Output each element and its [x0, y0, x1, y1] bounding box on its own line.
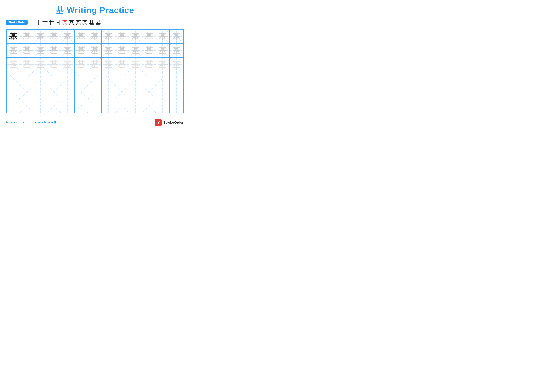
svg-line-94 [115, 71, 129, 85]
svg-line-98 [142, 71, 156, 85]
grid-cell[interactable]: 基 [47, 44, 61, 57]
grid-cell[interactable] [115, 99, 129, 113]
grid-cell[interactable]: 基 [61, 57, 74, 71]
grid-cell[interactable] [7, 71, 20, 85]
grid-cell[interactable] [129, 85, 143, 99]
svg-line-154 [170, 99, 183, 113]
practice-char: 基 [118, 32, 126, 41]
grid-cell[interactable] [88, 71, 102, 85]
svg-line-102 [170, 71, 183, 85]
grid-cell[interactable]: 基 [170, 57, 183, 71]
grid-cell[interactable]: 基 [7, 57, 20, 71]
grid-cell[interactable] [102, 85, 115, 99]
grid-cell[interactable]: 基 [88, 57, 102, 71]
grid-cell[interactable]: 基 [88, 30, 102, 43]
grid-cell[interactable]: 基 [74, 30, 88, 43]
grid-cell[interactable] [20, 85, 34, 99]
svg-line-119 [102, 85, 115, 99]
svg-line-112 [61, 85, 74, 99]
grid-cell[interactable]: 基 [115, 57, 129, 71]
grid-cell[interactable]: 基 [34, 30, 47, 43]
grid-cell[interactable] [156, 85, 170, 99]
grid-cell[interactable] [61, 99, 74, 113]
grid-cell[interactable]: 基 [129, 30, 143, 43]
grid-cell[interactable] [7, 99, 20, 113]
svg-line-120 [115, 85, 129, 99]
grid-cell[interactable] [74, 85, 88, 99]
practice-char: 基 [37, 60, 45, 68]
footer-url[interactable]: https://www.strokeorder.com/chinese/基 [6, 121, 56, 124]
grid-cell[interactable]: 基 [156, 44, 170, 57]
grid-cell[interactable] [115, 85, 129, 99]
svg-line-138 [61, 99, 74, 113]
grid-cell[interactable]: 基 [20, 57, 34, 71]
stroke-chars: 一十廿廿甘其其其其基基 [29, 19, 101, 26]
grid-cell[interactable] [61, 85, 74, 99]
grid-cell[interactable]: 基 [20, 30, 34, 43]
grid-cell[interactable] [156, 71, 170, 85]
grid-cell[interactable]: 基 [115, 44, 129, 57]
grid-cell[interactable] [142, 71, 156, 85]
grid-cell[interactable]: 基 [129, 44, 143, 57]
grid-cell[interactable]: 基 [47, 57, 61, 71]
grid-cell[interactable]: 基 [7, 30, 20, 43]
svg-line-140 [74, 99, 88, 113]
grid-cell[interactable] [7, 85, 20, 99]
grid-cell[interactable] [170, 85, 183, 99]
grid-cell[interactable]: 基 [61, 30, 74, 43]
grid-cell[interactable] [34, 99, 47, 113]
grid-cell[interactable] [115, 71, 129, 85]
grid-cell[interactable] [20, 71, 34, 85]
grid-cell[interactable]: 基 [7, 44, 20, 57]
grid-cell[interactable] [20, 99, 34, 113]
grid-cell[interactable] [47, 99, 61, 113]
grid-cell[interactable]: 基 [102, 57, 115, 71]
grid-cell[interactable]: 基 [47, 30, 61, 43]
grid-cell[interactable] [34, 85, 47, 99]
practice-char: 基 [118, 46, 126, 55]
grid-cell[interactable]: 基 [102, 44, 115, 57]
svg-line-87 [61, 71, 74, 85]
grid-cell[interactable] [74, 71, 88, 85]
grid-cell[interactable]: 基 [74, 57, 88, 71]
grid-cell[interactable]: 基 [61, 44, 74, 57]
grid-cell[interactable]: 基 [142, 57, 156, 71]
svg-line-79 [7, 71, 20, 85]
grid-cell[interactable]: 基 [115, 30, 129, 43]
svg-line-110 [47, 85, 61, 99]
grid-cell[interactable]: 基 [129, 57, 143, 71]
svg-line-111 [47, 85, 61, 99]
grid-cell[interactable]: 基 [102, 30, 115, 43]
grid-cell[interactable] [102, 71, 115, 85]
grid-cell[interactable] [102, 99, 115, 113]
grid-cell[interactable] [47, 71, 61, 85]
grid-cell[interactable]: 基 [20, 44, 34, 57]
grid-cell[interactable] [34, 71, 47, 85]
grid-cell[interactable]: 基 [156, 57, 170, 71]
grid-cell[interactable] [142, 85, 156, 99]
grid-cell[interactable] [156, 99, 170, 113]
grid-cell[interactable] [74, 99, 88, 113]
grid-cell[interactable] [88, 85, 102, 99]
grid-cell[interactable] [142, 99, 156, 113]
grid-cell[interactable] [170, 99, 183, 113]
practice-char: 基 [91, 46, 99, 55]
grid-cell[interactable] [129, 71, 143, 85]
grid-cell[interactable]: 基 [156, 30, 170, 43]
grid-cell[interactable] [61, 71, 74, 85]
grid-cell[interactable]: 基 [170, 30, 183, 43]
svg-line-152 [156, 99, 169, 113]
grid-cell[interactable] [47, 85, 61, 99]
grid-cell[interactable] [129, 99, 143, 113]
grid-cell[interactable]: 基 [34, 57, 47, 71]
grid-cell[interactable]: 基 [88, 44, 102, 57]
grid-cell[interactable]: 基 [142, 44, 156, 57]
grid-cell[interactable]: 基 [142, 30, 156, 43]
grid-cell[interactable] [88, 99, 102, 113]
grid-cell[interactable] [170, 71, 183, 85]
grid-cell[interactable]: 基 [74, 44, 88, 57]
svg-line-139 [61, 99, 74, 113]
grid-cell[interactable]: 基 [170, 44, 183, 57]
grid-cell[interactable]: 基 [34, 44, 47, 57]
svg-line-105 [7, 85, 20, 99]
